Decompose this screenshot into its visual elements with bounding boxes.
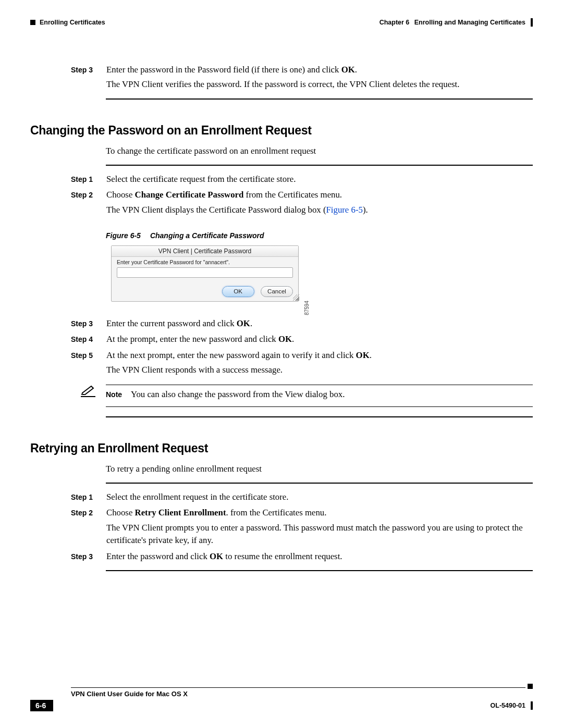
step-text: Enter the password and click OK to resum…	[106, 550, 533, 563]
step-label: Step 1	[71, 491, 106, 503]
step-row: Step 3 Enter the password and click OK t…	[71, 550, 533, 563]
step-row: Step 2 Choose Retry Client Enrollment. f…	[71, 507, 533, 547]
rule	[106, 483, 533, 484]
step-label: Step 5	[71, 349, 106, 377]
step-row: Step 3 Enter the password in the Passwor…	[71, 64, 533, 91]
note-block: Note You can also change the password fr…	[81, 385, 533, 401]
step-text: Select the certificate request from the …	[106, 173, 533, 186]
figure-id: 87594	[304, 301, 310, 315]
section-intro: To retry a pending online enrollment req…	[106, 463, 533, 475]
step-text: At the next prompt, enter the new passwo…	[106, 349, 533, 377]
note-pencil-icon	[81, 385, 95, 397]
step-row: Step 5 At the next prompt, enter the new…	[71, 349, 533, 377]
step-text: Enter the current password and click OK.	[106, 317, 533, 330]
rule	[106, 165, 533, 166]
rule	[106, 416, 533, 417]
step-text: Enter the password in the Password field…	[106, 64, 533, 91]
step-label: Step 2	[71, 189, 106, 216]
cancel-button[interactable]: Cancel	[261, 286, 293, 297]
page-number-badge: 6-6	[30, 700, 53, 711]
figure-dialog: VPN Client | Certificate Password Enter …	[111, 245, 307, 302]
footer-doc-id: OL-5490-01	[491, 702, 525, 709]
step-text: Choose Change Certificate Password from …	[106, 189, 533, 216]
step-label: Step 1	[71, 173, 106, 186]
header-bar-icon	[531, 18, 533, 27]
page-footer: VPN Client User Guide for Mac OS X 6-6 O…	[30, 684, 533, 711]
section-intro: To change the certificate password on an…	[106, 145, 533, 157]
note-text: You can also change the password from th…	[131, 388, 345, 401]
step-label: Step 2	[71, 507, 106, 547]
step-text: Choose Retry Client Enrollment. from the…	[106, 507, 533, 547]
step-row: Step 1 Select the enrollment request in …	[71, 491, 533, 503]
step-label: Step 3	[71, 317, 106, 330]
section-heading: Retrying an Enrollment Request	[30, 441, 533, 455]
step-row: Step 4 At the prompt, enter the new pass…	[71, 333, 533, 346]
figure-caption: Figure 6-5Changing a Certificate Passwor…	[106, 231, 533, 240]
footer-marker-icon	[528, 684, 533, 689]
footer-guide-title: VPN Client User Guide for Mac OS X	[71, 690, 533, 698]
header-chapter-label: Chapter 6	[380, 19, 410, 26]
dialog-prompt: Enter your Certificate Password for "ann…	[117, 259, 293, 265]
page-header: Enrolling Certificates Chapter 6 Enrolli…	[30, 18, 533, 27]
rule	[106, 570, 533, 571]
header-section-title: Enrolling Certificates	[40, 19, 105, 26]
footer-bar-icon	[531, 701, 533, 710]
dialog-title: VPN Client | Certificate Password	[112, 246, 298, 257]
step-row: Step 2 Choose Change Certificate Passwor…	[71, 189, 533, 216]
section-heading: Changing the Password on an Enrollment R…	[30, 124, 533, 138]
step-text: At the prompt, enter the new password an…	[106, 333, 533, 346]
step-label: Step 3	[71, 550, 106, 563]
header-marker-icon	[30, 20, 35, 25]
step-row: Step 3 Enter the current password and cl…	[71, 317, 533, 330]
rule	[106, 98, 533, 100]
figure-ref-link[interactable]: Figure 6-5	[326, 205, 363, 215]
step-text: Select the enrollment request in the cer…	[106, 491, 533, 503]
step-row: Step 1 Select the certificate request fr…	[71, 173, 533, 186]
note-label: Note	[106, 388, 131, 401]
resize-grip-icon	[293, 294, 299, 301]
step-label: Step 3	[71, 64, 106, 91]
rule	[106, 406, 533, 407]
step-label: Step 4	[71, 333, 106, 346]
certificate-password-input[interactable]	[117, 267, 293, 278]
ok-button[interactable]: OK	[222, 286, 254, 297]
header-chapter-title: Enrolling and Managing Certificates	[414, 19, 525, 26]
